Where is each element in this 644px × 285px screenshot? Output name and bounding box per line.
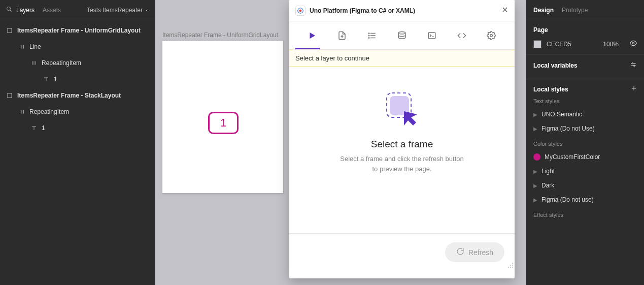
frame-icon [6,92,13,99]
tree-frame-item[interactable]: ItemsRepeater Frame - UniformGridLayout [0,22,155,39]
tree-text-item[interactable]: 1 [0,120,155,136]
style-label: MyCustomFirstColor [545,153,600,161]
svg-point-44 [512,267,513,268]
chevron-right-icon: ▶ [533,112,537,117]
tab-terminal[interactable] [422,25,442,46]
tab-export[interactable] [332,25,352,46]
text-style-item[interactable]: ▶ UNO Semantic [533,107,637,121]
page-dropdown[interactable]: Tests ItemsRepeater [87,7,149,14]
prototype-tab[interactable]: Prototype [562,7,588,14]
page-section: Page CECED5 100% [526,20,644,55]
banner-text: Select a layer to continue [295,54,369,62]
line-icon [18,108,25,115]
left-panel-header: Layers Assets Tests ItemsRepeater [0,0,155,20]
tree-label: Line [29,43,41,50]
text-icon [30,124,38,132]
style-label: Light [541,168,555,175]
svg-point-52 [634,65,635,66]
assets-tab[interactable]: Assets [43,7,61,14]
tree-repeating-item[interactable]: RepeatingItem [0,104,155,120]
uno-logo-icon [295,6,306,16]
select-frame-illustration-icon [382,89,422,130]
effect-styles-heading: Effect styles [533,212,637,218]
chevron-right-icon: ▶ [533,169,537,174]
page-color-hex: CECED5 [547,41,571,48]
color-style-item[interactable]: MyCustomFirstColor [533,150,637,164]
tree-text-item[interactable]: 1 [0,71,155,87]
svg-point-46 [510,267,511,268]
tab-data[interactable] [392,25,412,46]
close-icon[interactable] [501,6,509,15]
canvas[interactable]: ItemsRepeater Frame - UniformGridLayout … [155,0,526,285]
color-style-item[interactable]: ▶ Dark [533,178,637,193]
svg-point-47 [508,267,509,268]
color-style-item[interactable]: ▶ Figma (Do not use) [533,193,637,207]
frame-icon [6,27,13,34]
color-swatch-icon [533,153,540,161]
style-label: Figma (Do not use) [541,196,594,203]
page-color-row[interactable]: CECED5 100% [533,40,637,48]
canvas-frame[interactable]: 1 [162,41,283,193]
chevron-right-icon: ▶ [533,126,537,132]
svg-point-51 [632,63,633,64]
svg-marker-41 [404,111,417,125]
tree-label: 1 [42,124,45,132]
page-section-title: Page [533,26,637,34]
settings-icon[interactable] [630,61,637,70]
canvas-frame-label[interactable]: ItemsRepeater Frame - UniformGridLayout [162,31,278,39]
text-icon [43,76,50,83]
plugin-header[interactable]: Uno Platform (Figma to C# or XAML) [289,0,515,21]
tree-label: ItemsRepeater Frame - UniformGridLayout [17,27,141,34]
plugin-title: Uno Platform (Figma to C# or XAML) [310,7,415,14]
resize-handle-icon[interactable] [507,262,514,270]
tab-indicator [295,48,320,49]
tree-label: ItemsRepeater Frame - StackLayout [17,92,121,99]
plugin-body-title: Select a frame [301,139,502,150]
svg-point-0 [7,7,11,11]
svg-point-34 [368,37,369,38]
plugin-tabs [289,21,515,50]
local-styles-title: Local styles [533,86,568,93]
visibility-toggle-icon[interactable] [630,40,637,48]
item-text: 1 [220,116,226,130]
refresh-button[interactable]: Refresh [445,242,504,262]
plus-icon[interactable] [631,85,637,93]
tab-list[interactable] [362,25,382,46]
tree-label: 1 [54,76,57,83]
page-color-swatch[interactable] [533,40,541,48]
svg-line-1 [10,10,12,12]
svg-point-35 [398,31,405,34]
text-style-item[interactable]: ▶ Figma (Do not Use) [533,121,637,136]
plugin-footer: Refresh [289,233,515,271]
design-tab[interactable]: Design [533,7,554,14]
tree-label: RepeatingItem [42,59,81,67]
repeating-item-instance[interactable]: 1 [208,112,239,134]
chevron-right-icon: ▶ [533,183,537,188]
svg-point-38 [490,34,493,37]
color-style-item[interactable]: ▶ Light [533,164,637,178]
local-vars-title: Local variables [533,62,578,69]
line-icon [30,59,38,67]
tab-preview[interactable] [302,25,322,46]
svg-point-45 [510,265,511,266]
refresh-icon [456,247,464,257]
text-styles-heading: Text styles [533,98,637,104]
tree-line-item[interactable]: Line [0,39,155,55]
svg-point-33 [368,35,369,36]
layers-tab[interactable]: Layers [16,7,35,14]
tree-repeating-item[interactable]: RepeatingItem [0,55,155,71]
tree-frame-item[interactable]: ItemsRepeater Frame - StackLayout [0,87,155,104]
chevron-down-icon [145,7,149,14]
style-label: Figma (Do not Use) [541,125,595,132]
color-styles-heading: Color styles [533,141,637,147]
style-label: Dark [541,182,554,189]
tab-settings[interactable] [481,25,501,46]
refresh-label: Refresh [468,248,493,257]
search-icon[interactable] [6,6,12,14]
svg-point-32 [368,33,369,34]
tree-label: RepeatingItem [29,108,69,115]
local-vars-section: Local variables [526,55,644,79]
tab-code[interactable] [452,25,472,46]
line-icon [18,43,25,50]
info-banner: Select a layer to continue [289,50,515,67]
